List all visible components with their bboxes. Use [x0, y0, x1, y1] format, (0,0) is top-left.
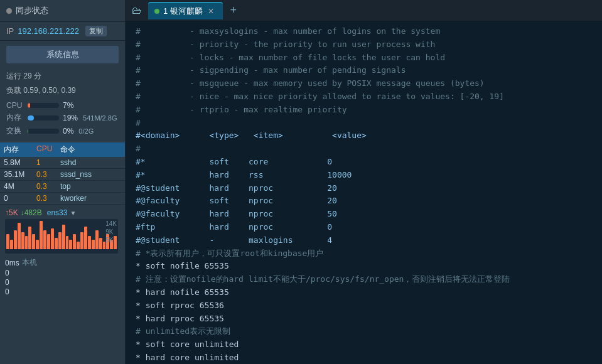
proc-mem: 5.8M — [4, 158, 36, 167]
editor-line: # - rtprio - max realtime priority — [136, 104, 592, 117]
net-chart-bar — [47, 234, 50, 249]
editor-line: #@student hard nproc 20 — [136, 182, 592, 195]
ping-val-1: 0 — [5, 269, 9, 277]
editor-line: #@student - maxlogins 4 — [136, 234, 592, 247]
net-chart-bar — [84, 227, 87, 249]
ip-value: 192.168.221.222 — [18, 26, 79, 36]
ping-label: 本机 — [22, 257, 37, 268]
ip-row: IP 192.168.221.222 复制 — [0, 22, 125, 41]
net-chart-bar — [92, 240, 95, 249]
editor-line: * hard core unlimited — [136, 351, 592, 364]
folder-icon[interactable]: 🗁 — [128, 2, 146, 19]
ping-row-4: 0 — [5, 287, 120, 296]
net-chart-bar — [95, 230, 99, 249]
net-arrow-icon: ▼ — [70, 210, 76, 217]
editor-line: # - locks - max number of file locks the… — [136, 51, 592, 65]
proc-cmd: sssd_nss — [60, 170, 121, 179]
editor-line: #* hard rss 10000 — [136, 169, 592, 182]
mem-label: 内存 — [6, 112, 24, 123]
net-chart-bar — [10, 240, 13, 249]
net-label-2: 9K — [105, 228, 117, 235]
ip-label: IP — [6, 26, 14, 36]
proc-row[interactable]: 4M 0.3 top — [0, 181, 125, 193]
editor-line: * soft rproc 65536 — [136, 299, 592, 313]
editor-line: * hard nofile 65535 — [136, 286, 592, 299]
cpu-bar-bg — [28, 103, 59, 108]
net-chart-bar — [25, 236, 28, 249]
swap-detail: 0/2G — [78, 127, 94, 135]
editor-line: #@faculty soft nproc 20 — [136, 195, 592, 208]
runtime-label: 运行 29 分 — [0, 68, 125, 84]
net-label-1: 14K — [105, 220, 117, 227]
sidebar: 同步状态 IP 192.168.221.222 复制 系统信息 运行 29 分 … — [0, 0, 126, 364]
sync-dot-icon — [6, 8, 12, 14]
net-chart-bar — [58, 232, 62, 249]
tab-add-button[interactable]: + — [225, 3, 242, 19]
tab-bar: 🗁 1 银河麒麟 ✕ + — [126, 0, 602, 21]
net-chart-bar — [28, 227, 31, 249]
swap-label: 交换 — [6, 126, 24, 136]
proc-row[interactable]: 35.1M 0.3 sssd_nss — [0, 169, 125, 181]
process-table-header: 内存 CPU 命令 — [0, 142, 125, 157]
swap-pct: 0% — [63, 127, 73, 136]
proc-row[interactable]: 5.8M 1 sshd — [0, 157, 125, 169]
cpu-bar — [28, 103, 30, 108]
sys-info-button[interactable]: 系统信息 — [6, 46, 119, 63]
ping-section: 0ms 本机 0 0 0 — [0, 255, 125, 299]
cpu-value: 7% — [63, 101, 73, 110]
net-chart-bar — [99, 238, 102, 249]
net-upload: ↑5K — [5, 208, 18, 217]
proc-mem: 4M — [4, 182, 36, 191]
mem-row: 内存 19% 541M/2.8G — [0, 111, 125, 124]
editor-line: # unlimited表示无限制 — [136, 325, 592, 338]
net-chart-bar — [88, 236, 91, 249]
net-chart-bar — [14, 230, 17, 249]
sync-status-label: 同步状态 — [16, 5, 48, 16]
editor-line: * hard rproc 65535 — [136, 313, 592, 326]
proc-cpu: 0.3 — [36, 170, 60, 179]
net-chart-bar — [6, 234, 9, 249]
net-chart-bar — [40, 221, 43, 249]
proc-header-cpu: CPU — [36, 144, 60, 155]
ping-row-2: 0 — [5, 269, 120, 277]
ping-val-3: 0 — [5, 287, 9, 296]
net-chart-bar — [66, 236, 69, 249]
net-chart-bar — [51, 228, 54, 249]
net-download: ↓482B — [21, 208, 42, 217]
net-chart-bar — [73, 234, 76, 249]
editor-line: # — [136, 117, 592, 130]
mem-bar-bg — [28, 115, 59, 120]
swap-bar-bg — [28, 129, 59, 134]
editor-area[interactable]: # - maxsyslogins - max number of logins … — [126, 21, 602, 364]
editor-line: # - priority - the priority to run user … — [136, 38, 592, 51]
editor-line: #* soft core 0 — [136, 156, 592, 169]
swap-bar — [28, 129, 28, 134]
proc-cmd: top — [60, 182, 121, 191]
mem-bar — [28, 115, 34, 120]
editor-line: # - nice - max nice priority allowed to … — [136, 90, 592, 104]
tab-close-button[interactable]: ✕ — [207, 7, 215, 16]
copy-ip-button[interactable]: 复制 — [85, 26, 107, 36]
editor-line: # - sigpending - max number of pending s… — [136, 64, 592, 77]
net-chart-bar — [62, 225, 65, 249]
net-chart-bar — [18, 223, 21, 249]
mem-pct: 19% — [63, 114, 78, 122]
proc-row[interactable]: 0 0.3 kworker — [0, 193, 125, 205]
proc-cpu: 0.3 — [36, 182, 60, 191]
process-table: 内存 CPU 命令 5.8M 1 sshd 35.1M 0.3 sssd_nss… — [0, 142, 125, 205]
editor-line: #<domain> <type> <item> <value> — [136, 129, 592, 142]
net-chart-bar — [80, 232, 83, 249]
editor-line: * soft nofile 65535 — [136, 260, 592, 273]
tab-active-dot — [154, 9, 159, 14]
ping-row-1: 0ms 本机 — [5, 257, 120, 268]
proc-cmd: sshd — [60, 158, 121, 167]
proc-header-mem: 内存 — [4, 144, 36, 155]
net-header: ↑5K ↓482B ens33 ▼ — [5, 208, 120, 217]
proc-cpu: 0.3 — [36, 194, 60, 203]
proc-mem: 35.1M — [4, 170, 36, 179]
net-chart-bar — [55, 238, 58, 249]
editor-line: * soft core unlimited — [136, 338, 592, 351]
ping-val-2: 0 — [5, 278, 9, 287]
net-chart-bar — [69, 240, 72, 249]
tab-1[interactable]: 1 银河麒麟 ✕ — [148, 2, 223, 19]
